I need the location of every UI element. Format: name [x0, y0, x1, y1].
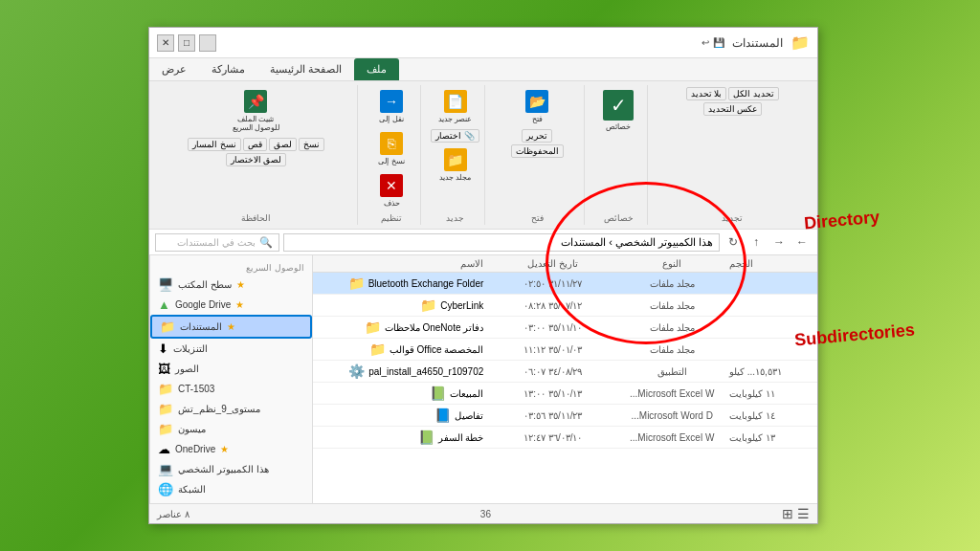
col-header-size[interactable]: الحجم	[729, 258, 812, 269]
sidebar-item-google-drive[interactable]: ▲ Google Drive ★	[150, 295, 312, 315]
paste-button[interactable]: لصق	[269, 138, 297, 151]
file-name-text: المخصصة Office قوالب	[390, 344, 484, 355]
file-date: ٣٥/١١/٢٣ ٠٣:٥٦	[491, 410, 614, 421]
search-box[interactable]: 🔍 بحث في المستندات	[155, 233, 279, 252]
move-button[interactable]: → نقل إلى	[374, 87, 408, 126]
sidebar-item-downloads[interactable]: ⬇ التنزيلات	[150, 339, 312, 359]
file-name-text: تفاصيل	[455, 410, 483, 421]
table-row[interactable]: Bluetooth Exchange Folder 📁 ٣١/١١/٢٧ ٠٢:…	[313, 273, 817, 295]
google-drive-label: Google Drive	[175, 299, 231, 310]
cut-button[interactable]: قص	[243, 138, 267, 151]
system-icon: 📁	[158, 402, 173, 416]
table-row[interactable]: المخصصة Office قوالب 📁 ٣٥/٠١/٠٣ ١١:١٢ مج…	[313, 339, 817, 361]
new-item-button[interactable]: 📄 عنصر جديد	[434, 87, 477, 126]
pictures-label: الصور	[175, 364, 199, 374]
open-button[interactable]: 📂 فتح	[521, 87, 553, 126]
minimize-button[interactable]	[199, 34, 216, 52]
copy-to-button[interactable]: ⎘ نسخ إلى	[373, 129, 409, 168]
search-placeholder: بحث في المستندات	[177, 237, 256, 248]
new-label: جديد	[446, 213, 464, 223]
window-title: المستندات	[732, 36, 783, 50]
onedrive-label: OneDrive	[175, 444, 215, 454]
sidebar-item-this-pc[interactable]: 💻 هذا الكمبيوتر الشخصي	[150, 459, 312, 479]
file-type: Microsoft Word D...	[622, 410, 721, 421]
back-button[interactable]: ←	[792, 232, 812, 252]
list-view-icon[interactable]: ☰	[797, 506, 810, 521]
sidebar-item-pictures[interactable]: 🖼 الصور	[150, 359, 312, 379]
file-icon: 📁	[348, 276, 365, 291]
file-date: ٣٥/٠٧/١٢ ٠٨:٢٨	[491, 300, 614, 311]
copy-button[interactable]: نسخ	[299, 138, 324, 151]
sidebar-item-system[interactable]: 📁 مستوى_9_نظم_تش	[150, 399, 312, 419]
pictures-icon: 🖼	[158, 362, 170, 376]
file-icon: 📁	[369, 342, 386, 357]
open-label: فتح	[531, 213, 544, 223]
paste-shortcut-button[interactable]: لصق الاختصار	[226, 153, 287, 166]
downloads-icon: ⬇	[158, 342, 168, 356]
tab-share[interactable]: مشاركة	[199, 58, 257, 80]
up-button[interactable]: ↑	[746, 232, 766, 252]
deselect-button[interactable]: بلا تحديد	[686, 87, 727, 100]
close-button[interactable]: ✕	[157, 34, 174, 52]
file-date: ٣٥/٠١/٠٣ ١١:١٢	[491, 344, 614, 355]
properties-button[interactable]: ✓ خصائص	[598, 87, 638, 134]
shortcut-button[interactable]: 📎 اختصار	[431, 129, 479, 143]
file-date: ٣١/١١/٢٧ ٠٢:٥٠	[491, 278, 614, 289]
group-open: 📂 فتح تحرير المحفوظات فتح	[491, 85, 585, 225]
file-explorer-window: 📁 المستندات 💾 ↩ □ ✕ ملف الصفحة الرئيسية …	[148, 27, 818, 524]
desktop-icon: 🖥️	[158, 277, 173, 292]
grid-view-icon[interactable]: ⊞	[782, 506, 793, 521]
table-row[interactable]: خطة السفر 📗 ٣٦/٠٣/١٠ ١٢:٤٧ Microsoft Exc…	[313, 427, 817, 449]
network-label: الشبكة	[178, 484, 206, 495]
forward-button[interactable]: →	[769, 232, 789, 252]
sidebar-item-network[interactable]: 🌐 الشبكة	[150, 479, 312, 499]
file-icon: ⚙️	[348, 364, 365, 379]
sidebar-item-maisoon[interactable]: 📁 ميسون	[150, 419, 312, 439]
select-all-button[interactable]: تحديد الكل	[728, 87, 779, 100]
network-icon: 🌐	[158, 482, 173, 496]
table-row[interactable]: المبيعات 📗 ٣٥/١٠/١٣ ١٣:٠٠ Microsoft Exce…	[313, 383, 817, 405]
this-pc-label: هذا الكمبيوتر الشخصي	[178, 464, 269, 474]
ribbon-tabs: ملف الصفحة الرئيسية مشاركة عرض	[149, 58, 817, 81]
open-buttons: تحرير المحفوظات	[497, 129, 578, 158]
sidebar-item-ct1503[interactable]: 📁 CT-1503	[150, 379, 312, 399]
file-date: ٣٥/١١/١٠ ٠٣:٠٠	[491, 322, 614, 333]
sidebar-item-onedrive[interactable]: ☁ OneDrive ★	[150, 439, 312, 459]
star-icon: ★	[236, 279, 245, 290]
save-icon[interactable]: 💾	[713, 37, 724, 48]
sidebar-item-desktop[interactable]: 🖥️ سطح المكتب ★	[150, 275, 312, 295]
col-header-name[interactable]: الاسم	[319, 258, 483, 269]
file-rows-container: Bluetooth Exchange Folder 📁 ٣١/١١/٢٧ ٠٢:…	[313, 273, 817, 449]
col-header-type[interactable]: النوع	[622, 258, 721, 269]
file-size: ١٤ كيلوبايت	[729, 410, 812, 421]
delete-button[interactable]: ✕ حذف	[375, 171, 408, 210]
table-row[interactable]: دفاتر OneNote ملاحظات 📁 ٣٥/١١/١٠ ٠٣:٠٠ م…	[313, 317, 817, 339]
select-label: تجديد	[722, 213, 743, 223]
address-path[interactable]: هذا الكمبيوتر الشخصي › المستندات	[283, 233, 720, 252]
col-header-date[interactable]: تاريخ التعديل	[491, 258, 614, 269]
file-icon: 📗	[418, 430, 434, 445]
invert-select-button[interactable]: عكس التحديد	[703, 102, 763, 116]
maximize-button[interactable]: □	[178, 34, 195, 52]
tab-view[interactable]: عرض	[149, 58, 199, 80]
sidebar-item-documents[interactable]: 📁 المستندات ★	[150, 315, 312, 339]
tab-file[interactable]: ملف	[354, 58, 399, 80]
address-bar: ← → ↑ ↻ هذا الكمبيوتر الشخصي › المستندات…	[149, 230, 817, 255]
undo-icon[interactable]: ↩	[702, 37, 709, 48]
pin-button[interactable]: 📌 تثبيت الملفللوصول السريع	[228, 87, 284, 135]
table-row[interactable]: تفاصيل 📘 ٣٥/١١/٢٣ ٠٣:٥٦ Microsoft Word D…	[313, 405, 817, 427]
star-icon-onedrive: ★	[220, 444, 229, 454]
new-folder-button[interactable]: 📁 مجلد جديد	[434, 145, 476, 185]
column-headers: الاسم تاريخ التعديل النوع الحجم	[313, 255, 817, 273]
file-type: مجلد ملفات	[622, 344, 721, 355]
table-row[interactable]: CyberLink 📁 ٣٥/٠٧/١٢ ٠٨:٢٨ مجلد ملفات	[313, 295, 817, 317]
refresh-button[interactable]: ↻	[724, 232, 743, 252]
edit-button[interactable]: تحرير	[522, 129, 552, 143]
delete-label: حذف	[384, 199, 400, 208]
copy-path-button[interactable]: نسخ المسار	[188, 138, 241, 151]
tab-home[interactable]: الصفحة الرئيسية	[257, 58, 354, 80]
quick-access-toolbar-icons: 💾 ↩	[702, 37, 724, 48]
onedrive-icon: ☁	[158, 442, 170, 456]
table-row[interactable]: pal_install_a4650_r109702 ⚙️ ٣٤/٠٨/٢٩ ٠٦…	[313, 361, 817, 383]
history-button[interactable]: المحفوظات	[511, 144, 564, 158]
